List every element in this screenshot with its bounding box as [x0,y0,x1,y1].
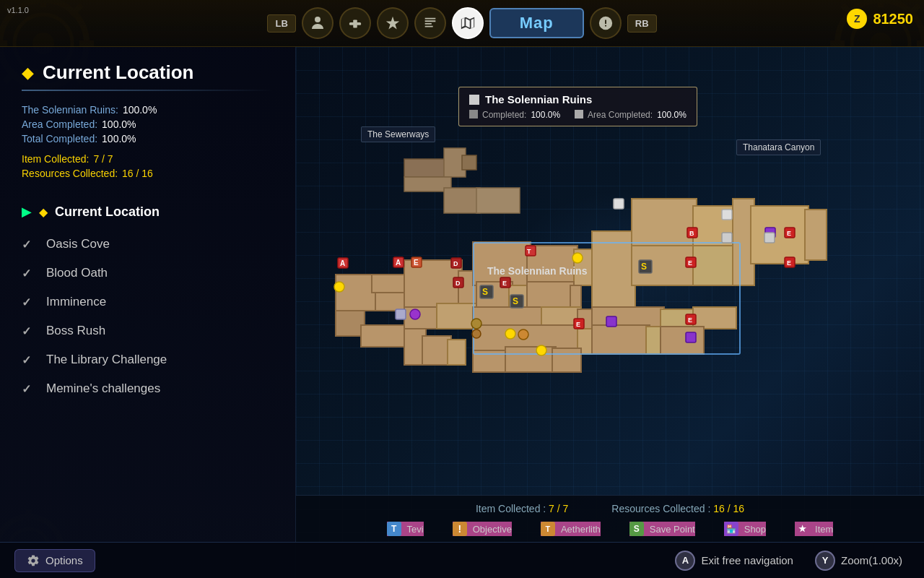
collection-stats-group: Item Collected: 7 / 7 Resources Collecte… [22,153,274,179]
list-item[interactable]: ✓ The Library Challenge [22,351,274,368]
legend-objective: ! Objective [453,522,512,536]
svg-rect-41 [462,155,476,170]
svg-text:E: E [576,321,580,328]
svg-rect-73 [632,199,697,246]
svg-rect-68 [505,347,556,372]
rb-trigger[interactable]: RB [627,14,657,33]
zoom-label: Zoom(1.00x) [841,554,902,566]
svg-text:D: D [456,280,461,287]
svg-point-92 [536,345,546,355]
section-title: Current Location [43,61,193,84]
options-button[interactable]: Options [14,549,95,572]
location-header: ◆ Current Location [22,61,274,84]
stats-group: The Solennian Ruins: 100.0% Area Complet… [22,104,274,144]
svg-text:E: E [414,259,419,267]
list-item[interactable]: ✓ Imminence [22,293,274,311]
svg-text:A: A [396,259,401,267]
svg-text:E: E [502,280,507,287]
svg-rect-47 [361,325,408,347]
total-stat-label: Total Completed: [22,133,97,144]
nav-extra-button[interactable] [590,7,622,39]
area-stat-row: Area Completed: 100.0% [22,118,274,130]
svg-rect-44 [372,275,408,293]
location-list: ▶ ◆ Current Location ✓ Oasis Cove ✓ Bloo… [22,201,274,397]
svg-rect-53 [404,307,440,329]
svg-rect-125 [722,210,732,220]
svg-rect-50 [448,340,466,365]
checkmark-icon: ✓ [22,267,36,280]
exit-button-circle[interactable]: A [675,551,695,571]
diamond-icon: ◆ [22,64,34,82]
legend-shop: 🏪 Shop [724,522,766,536]
svg-rect-72 [693,246,733,285]
total-stat-value: 100.0% [102,133,136,144]
item-icon: ★ [795,522,809,536]
nav-equipment-button[interactable] [339,7,371,39]
currency-display: Z 81250 [847,9,913,29]
save-label: Save Point [650,524,695,535]
dungeon-map-svg: The Solennian Ruins A A E S S S [332,116,873,390]
svg-text:D: D [453,260,458,267]
zoom-action[interactable]: Y Zoom(1.00x) [815,551,902,571]
checkmark-icon: ✓ [22,353,36,367]
checkmark-icon: ✓ [22,238,36,251]
zoom-button-circle[interactable]: Y [815,551,835,571]
map-stats-row: Item Collected : 7 / 7 Resources Collect… [296,496,924,519]
checkmark-icon: ✓ [22,324,36,338]
exit-navigation-action[interactable]: A Exit free navigation [675,551,793,571]
currency-amount: 81250 [873,11,913,27]
list-item[interactable]: ✓ Boss Rush [22,322,274,340]
nav-map-button[interactable] [452,7,484,39]
svg-text:E: E [688,316,692,324]
svg-rect-69 [552,348,581,372]
nav-character-button[interactable] [302,7,334,39]
header-divider [22,90,274,91]
legend-row: T Tevi ! Objective T Aetherlith S Save P… [296,519,924,539]
map-items-label: Item Collected : 7 / 7 [476,503,568,514]
current-location-diamond-icon: ◆ [39,205,48,219]
items-stat-value: 7 / 7 [93,153,113,165]
svg-rect-124 [614,199,624,209]
location-item-name: Oasis Cove [46,237,110,251]
list-item[interactable]: ✓ Oasis Cove [22,236,274,253]
options-label: Options [45,554,83,566]
total-stat-row: Total Completed: 100.0% [22,133,274,144]
save-icon: S [629,522,644,536]
top-navigation-bar: v1.1.0 LB Map RB Z 81250 [0,0,924,47]
tooltip-title-icon [469,95,479,105]
svg-rect-39 [404,159,448,177]
location-item-name: Boss Rush [46,324,105,338]
current-location-list-item[interactable]: ▶ ◆ Current Location [22,201,274,223]
exit-navigation-label: Exit free navigation [701,554,793,566]
legend-item: ★ Item [795,522,833,536]
svg-rect-81 [592,325,650,354]
objective-label: Objective [473,524,512,535]
list-item[interactable]: ✓ Memine's challenges [22,380,274,397]
map-area[interactable]: The Sewerways Thanatara Canyon The Solen… [296,47,924,578]
location-stat-row: The Solennian Ruins: 100.0% [22,104,274,116]
play-arrow-icon: ▶ [22,204,32,220]
legend-save: S Save Point [629,522,695,536]
exit-btn-label: A [682,555,689,566]
svg-point-108 [472,329,481,338]
legend-aetherlith: T Aetherlith [541,522,601,536]
checkmark-icon: ✓ [22,296,36,309]
tooltip-title: The Solennian Ruins [469,93,687,105]
location-stat-label: The Solennian Ruins: [22,104,118,116]
list-item[interactable]: ✓ Blood Oath [22,264,274,282]
svg-rect-106 [396,309,406,319]
current-location-name: Current Location [55,204,160,220]
nav-quests-button[interactable] [414,7,446,39]
svg-text:E: E [787,259,791,267]
nav-skills-button[interactable] [377,7,409,39]
svg-text:E: E [688,259,692,267]
location-item-name: Memine's challenges [46,381,160,396]
map-resources-label: Resources Collected : 16 / 16 [611,503,744,514]
svg-rect-83 [661,327,704,354]
location-item-name: The Library Challenge [46,353,167,367]
map-svg-container: The Sewerways Thanatara Canyon The Solen… [332,87,873,397]
lb-trigger[interactable]: LB [267,14,295,33]
svg-rect-135 [686,332,696,342]
svg-text:E: E [787,230,791,237]
checkmark-icon: ✓ [22,382,36,396]
